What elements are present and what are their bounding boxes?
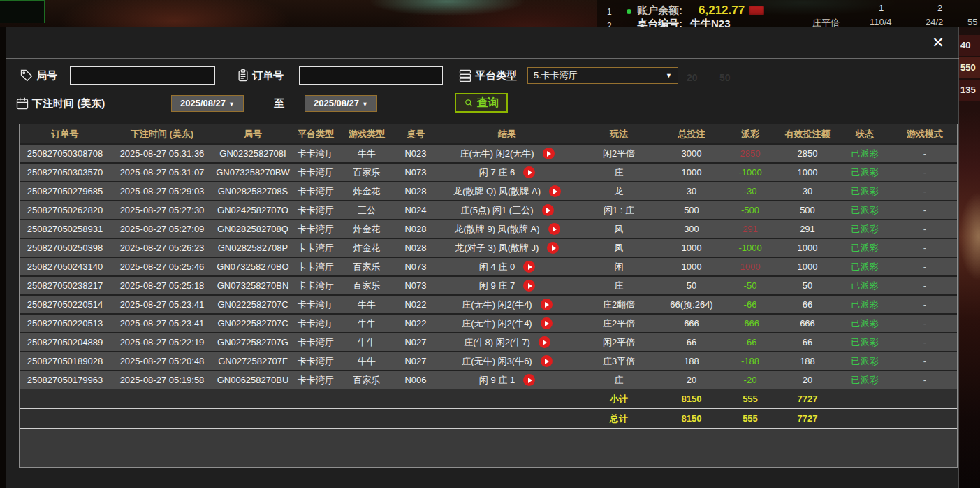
chevron-down-icon: ▼ bbox=[666, 68, 672, 83]
cell-game-type: 牛牛 bbox=[339, 355, 394, 368]
total-row-payout: 555 bbox=[722, 413, 778, 424]
play-video-button[interactable] bbox=[523, 280, 535, 292]
cell-platform: 卡卡湾厅 bbox=[292, 299, 339, 311]
play-video-button[interactable] bbox=[541, 317, 553, 329]
cell-total-bet: 3000 bbox=[661, 148, 722, 159]
cell-platform: 卡卡湾厅 bbox=[292, 242, 339, 254]
col-header-valid-bet: 有效投注额 bbox=[778, 128, 837, 141]
cell-valid-bet: 1000 bbox=[778, 167, 837, 178]
cell-game-type: 牛牛 bbox=[339, 148, 394, 160]
table-row: 2508270502503982025-08-27 05:26:23GN0282… bbox=[20, 238, 957, 257]
limit-col-header-2: 2 bbox=[937, 3, 942, 13]
play-video-button[interactable] bbox=[523, 166, 535, 178]
play-icon bbox=[543, 340, 547, 345]
cell-valid-bet: 20 bbox=[778, 375, 837, 385]
cell-game-no: GN073258270BW bbox=[214, 167, 292, 178]
result-text: 庄(无牛) 闲3(牛6) bbox=[462, 355, 532, 368]
game-no-label: 局号 bbox=[36, 66, 57, 85]
result-text: 闲 9 庄 1 bbox=[479, 374, 515, 387]
cell-game-mode: - bbox=[893, 224, 957, 234]
play-video-button[interactable] bbox=[523, 374, 535, 386]
play-video-button[interactable] bbox=[547, 242, 559, 254]
cell-game-mode: - bbox=[893, 356, 957, 366]
cell-bet-time: 2025-08-27 05:25:18 bbox=[110, 280, 214, 291]
cell-payout: 1000 bbox=[722, 261, 778, 272]
table-row: 2508270502205142025-08-27 05:23:41GN0222… bbox=[20, 294, 957, 313]
cell-game-mode: - bbox=[893, 148, 957, 159]
date-to-picker[interactable]: 2025/08/27▼ bbox=[305, 95, 377, 112]
result-text: 闲 7 庄 6 bbox=[479, 166, 515, 179]
cell-total-bet: 666 bbox=[661, 318, 722, 329]
online-status-dot bbox=[627, 9, 631, 14]
play-video-button[interactable] bbox=[543, 148, 555, 159]
cell-game-mode: - bbox=[893, 205, 957, 215]
total-row-total-bet: 8150 bbox=[661, 413, 722, 424]
cell-status: 已派彩 bbox=[837, 223, 893, 236]
cell-table-no: N028 bbox=[394, 243, 437, 253]
cell-result: 闲 7 庄 6 bbox=[437, 166, 577, 179]
result-text: 庄(5点) 闲1 (三公) bbox=[461, 204, 534, 217]
table-header-row: 订单号 下注时间 (美东) 局号 平台类型 游戏类型 桌号 结果 玩法 总投注 … bbox=[20, 124, 957, 143]
clipboard-icon bbox=[236, 69, 250, 82]
order-no-label: 订单号 bbox=[252, 66, 284, 85]
subtotal-row-payout: 555 bbox=[722, 394, 778, 404]
cell-status: 已派彩 bbox=[837, 185, 893, 198]
cell-bet-time: 2025-08-27 05:26:23 bbox=[110, 243, 214, 253]
cell-table-no: N022 bbox=[394, 299, 437, 310]
cell-table-no: N073 bbox=[394, 280, 437, 291]
col-header-play-type: 玩法 bbox=[577, 128, 661, 141]
cell-bet-time: 2025-08-27 05:19:58 bbox=[110, 375, 214, 385]
cell-valid-bet: 188 bbox=[778, 356, 837, 366]
cell-total-bet: 20 bbox=[661, 375, 722, 385]
background-dealer-blur bbox=[959, 145, 980, 327]
order-no-input[interactable] bbox=[299, 66, 443, 85]
cell-status: 已派彩 bbox=[837, 148, 893, 160]
cell-table-no: N028 bbox=[394, 224, 437, 234]
cell-payout: -66 bbox=[722, 337, 778, 347]
table-row: 2508270503035702025-08-27 05:31:07GN0732… bbox=[20, 162, 957, 181]
subtotal-row-total-bet: 8150 bbox=[661, 394, 722, 404]
play-video-button[interactable] bbox=[541, 355, 553, 367]
cell-game-no: GN0282582708Q bbox=[214, 224, 292, 234]
cell-game-no: GN0272582707G bbox=[214, 337, 292, 347]
cell-play-type: 庄2平倍 bbox=[577, 317, 661, 330]
table-row: 2508270503087082025-08-27 05:31:36GN0232… bbox=[20, 143, 957, 162]
cell-game-no: GN0282582708P bbox=[214, 243, 292, 253]
subtotal-row-valid-bet: 7727 bbox=[778, 394, 837, 404]
cell-game-type: 牛牛 bbox=[339, 317, 394, 330]
cell-bet-time: 2025-08-27 05:25:46 bbox=[110, 261, 214, 272]
cell-result: 龙(散牌 9) 凤(散牌 A) bbox=[437, 223, 577, 236]
cell-play-type: 庄 bbox=[577, 280, 661, 292]
cell-valid-bet: 666 bbox=[778, 318, 837, 329]
limit-value-1: 110/4 bbox=[870, 17, 892, 27]
cell-status: 已派彩 bbox=[837, 299, 893, 311]
game-no-input[interactable] bbox=[70, 66, 215, 85]
cell-game-mode: - bbox=[893, 167, 957, 178]
play-video-button[interactable] bbox=[541, 299, 553, 310]
play-video-button[interactable] bbox=[548, 223, 560, 235]
cell-result: 闲 9 庄 1 bbox=[437, 374, 577, 387]
cell-game-mode: - bbox=[893, 186, 957, 196]
cell-play-type: 闲1 : 庄 bbox=[577, 204, 661, 217]
play-icon bbox=[528, 170, 532, 175]
play-video-button[interactable] bbox=[523, 261, 535, 273]
play-video-button[interactable] bbox=[542, 204, 554, 216]
cell-total-bet: 66 bbox=[661, 337, 722, 347]
cell-play-type: 闲2平倍 bbox=[577, 336, 661, 349]
cell-bet-time: 2025-08-27 05:23:41 bbox=[110, 299, 214, 310]
date-from-picker[interactable]: 2025/08/27▼ bbox=[171, 95, 244, 112]
cell-payout: 291 bbox=[722, 224, 778, 234]
play-video-button[interactable] bbox=[549, 185, 561, 197]
background-limit-cell: 135 bbox=[959, 80, 980, 101]
platform-type-select[interactable]: 5.卡卡湾厅 ▼ bbox=[527, 67, 678, 84]
close-button[interactable]: ✕ bbox=[929, 34, 947, 52]
cell-total-bet: 1000 bbox=[661, 167, 722, 178]
divider bbox=[858, 0, 858, 27]
table-body: 2508270503087082025-08-27 05:31:36GN0232… bbox=[20, 143, 957, 428]
play-video-button[interactable] bbox=[539, 336, 550, 348]
background-bleed-text: 50 bbox=[719, 72, 731, 83]
query-button[interactable]: 查询 bbox=[455, 93, 508, 113]
subtotal-row-label: 小计 bbox=[577, 393, 661, 406]
cell-result: 闲 4 庄 0 bbox=[437, 261, 577, 273]
bet-time-label: 下注时间 (美东) bbox=[32, 94, 105, 113]
